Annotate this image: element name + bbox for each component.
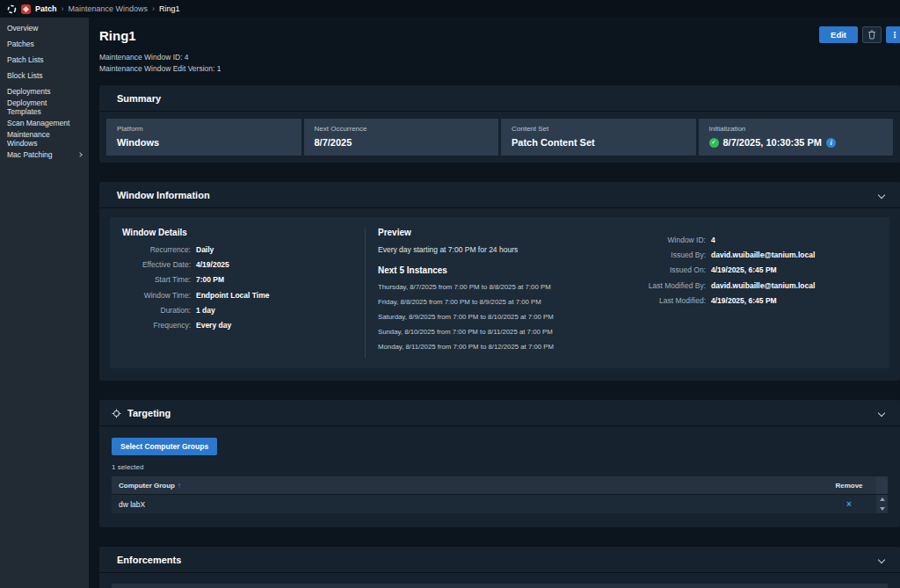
select-computer-groups-button[interactable]: Select Computer Groups [112, 438, 217, 455]
computer-group-row[interactable]: dw labX × [112, 494, 888, 513]
more-icon: ⋮ [890, 30, 899, 40]
remove-column-header: Remove [822, 482, 876, 490]
info-icon[interactable]: i [826, 138, 836, 148]
sidebar-item-label: Patch Lists [7, 55, 44, 64]
targeting-table-header: Computer Group ↑ Remove [112, 476, 888, 494]
preview-summary: Every day starting at 7:00 PM for 24 hou… [378, 245, 618, 254]
collapse-chevron-icon[interactable] [878, 192, 885, 199]
sidebar-item-maintenance-windows[interactable]: Maintenance Windows [0, 131, 89, 147]
enforcements-table-header: Name Enforced Unenforced Old Version Ove… [112, 584, 888, 588]
sidebar-item-label: Block Lists [7, 71, 43, 80]
targeting-card: Targeting Select Computer Groups 1 selec… [99, 400, 900, 527]
table-scrollbar[interactable] [876, 495, 888, 513]
instance-row: Friday, 8/8/2025 from 7:00 PM to 8/9/202… [378, 298, 618, 306]
enforcements-card: Enforcements Name Enforced Unenforced Ol… [99, 547, 900, 588]
instance-row: Thursday, 8/7/2025 from 7:00 PM to 8/8/2… [378, 283, 618, 291]
instance-row: Saturday, 8/9/2025 from 7:00 PM to 8/10/… [378, 313, 618, 321]
computer-group-column-header: Computer Group [119, 482, 175, 490]
scroll-down-icon[interactable] [880, 507, 885, 511]
detail-row: Window Time:Endpoint Local Time [122, 291, 352, 300]
tanium-logo-icon[interactable] [7, 4, 17, 14]
table-scrollbar-corner [876, 476, 888, 494]
instance-row: Monday, 8/11/2025 from 7:00 PM to 8/12/2… [378, 343, 618, 351]
vertical-divider [365, 228, 366, 358]
delete-button[interactable] [862, 26, 882, 43]
preview-title: Preview [378, 228, 618, 237]
sidebar-item-label: Scan Management [7, 119, 69, 127]
detail-row: Effective Date:4/19/2025 [122, 260, 352, 269]
header-actions: Edit ⋮ [819, 26, 900, 43]
sidebar-item-label: Maintenance Windows [7, 130, 82, 148]
sidebar-item-deployments[interactable]: Deployments [0, 83, 89, 99]
sidebar-item-label: Deployment Templates [7, 98, 82, 116]
detail-row: Duration:1 day [122, 306, 352, 315]
sidebar-item-overview[interactable]: Overview [0, 20, 89, 36]
detail-row: Recurrence:Daily [122, 245, 352, 254]
sort-ascending-icon[interactable]: ↑ [178, 482, 181, 490]
sidebar-item-deployment-templates[interactable]: Deployment Templates [0, 99, 89, 115]
instance-row: Sunday, 8/10/2025 from 7:00 PM to 8/11/2… [378, 328, 618, 336]
sidebar-item-patch-lists[interactable]: Patch Lists [0, 52, 89, 68]
targeting-title: Targeting [127, 408, 873, 418]
meta-row: Last Modified By:david.wuibaille@tanium.… [618, 281, 877, 290]
window-information-card: Window Information Window Details Recurr… [99, 182, 900, 381]
edit-button[interactable]: Edit [819, 26, 858, 43]
sidebar-item-label: Patches [7, 40, 34, 48]
summary-card: Summary Platform Windows Next Occurrence… [99, 85, 900, 163]
meta-row: Issued On:4/19/2025, 6:45 PM [618, 265, 877, 274]
overflow-button[interactable]: ⋮ [886, 26, 900, 43]
chevron-right-icon [77, 152, 83, 157]
patch-app: Patch › Maintenance Windows › Ring1 Over… [0, 0, 900, 588]
page-header: Ring1 Edit ⋮ Maintenance Window ID: 4 Ma… [99, 26, 900, 73]
summary-field-content-set: Content Set Patch Content Set [501, 119, 696, 156]
sidebar: Overview Patches Patch Lists Block Lists… [0, 18, 89, 588]
breadcrumb-maintenance-windows[interactable]: Maintenance Windows [69, 4, 149, 13]
main-content: Ring1 Edit ⋮ Maintenance Window ID: 4 Ma… [89, 18, 900, 588]
window-meta-section: Window ID:4 Issued By:david.wuibaille@ta… [618, 228, 877, 358]
app-name: Patch [35, 4, 57, 13]
meta-row: Last Modified:4/19/2025, 6:45 PM [618, 296, 877, 305]
sidebar-item-label: Mac Patching [7, 150, 53, 159]
selected-count: 1 selected [112, 463, 888, 471]
collapse-chevron-icon[interactable] [878, 410, 885, 417]
scroll-up-icon[interactable] [880, 497, 885, 501]
window-details-title: Window Details [122, 228, 352, 237]
breadcrumb-separator: › [152, 4, 155, 13]
meta-row: Issued By:david.wuibaille@tanium.local [618, 250, 877, 259]
topbar: Patch › Maintenance Windows › Ring1 [0, 0, 900, 18]
meta-row: Window ID:4 [618, 236, 877, 244]
detail-row: Start Time:7:00 PM [122, 275, 352, 284]
sidebar-item-label: Deployments [7, 87, 51, 96]
window-information-title: Window Information [117, 190, 873, 200]
remove-group-button[interactable]: × [846, 499, 852, 509]
sidebar-item-block-lists[interactable]: Block Lists [0, 68, 89, 83]
patch-app-icon [21, 4, 31, 14]
summary-title: Summary [117, 93, 888, 104]
breadcrumb-current: Ring1 [159, 4, 180, 13]
preview-section: Preview Every day starting at 7:00 PM fo… [378, 228, 618, 358]
sidebar-item-mac-patching[interactable]: Mac Patching [0, 147, 89, 163]
sidebar-item-label: Overview [7, 24, 38, 33]
check-circle-icon: ✓ [709, 138, 719, 148]
edit-version-line: Maintenance Window Edit Version: 1 [99, 64, 900, 73]
window-details-section: Window Details Recurrence:Daily Effectiv… [122, 228, 352, 358]
breadcrumb-separator: › [62, 4, 64, 13]
computer-group-name: dw labX [112, 500, 822, 509]
summary-field-initialization: Initialization ✓ 8/7/2025, 10:30:35 PM i [699, 119, 894, 156]
enforcements-title: Enforcements [117, 555, 873, 565]
collapse-chevron-icon[interactable] [878, 556, 885, 563]
page-title: Ring1 [99, 28, 136, 43]
summary-field-platform: Platform Windows [106, 119, 301, 156]
next-instances-title: Next 5 Instances [378, 265, 618, 275]
target-icon [112, 409, 121, 418]
summary-field-next-occurrence: Next Occurrence 8/7/2025 [304, 119, 499, 156]
sidebar-item-patches[interactable]: Patches [0, 36, 89, 52]
window-id-line: Maintenance Window ID: 4 [99, 53, 900, 62]
detail-row: Frequency:Every day [122, 321, 352, 330]
sidebar-item-scan-management[interactable]: Scan Management [0, 115, 89, 131]
trash-icon [867, 30, 876, 40]
